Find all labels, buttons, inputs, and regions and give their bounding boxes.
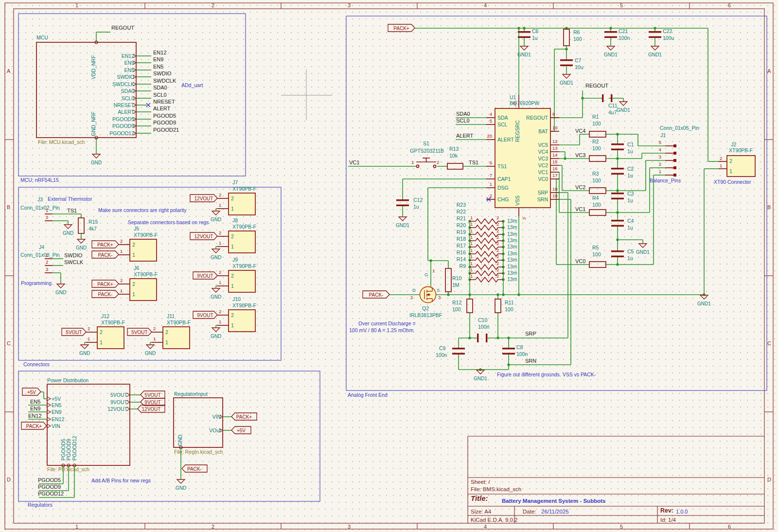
note-external-thermistor[interactable]: External Thermistor (48, 196, 92, 202)
ref-connector[interactable]: J7 (232, 179, 238, 185)
value-c6[interactable]: 1u (532, 35, 538, 41)
net-label[interactable]: PGOOD21 (153, 127, 179, 133)
hier-label-out[interactable]: 9VOUT (194, 273, 216, 279)
net-label[interactable]: SDA0 (153, 85, 167, 90)
net-label-swclk[interactable]: SWCLK (64, 259, 83, 265)
hier-label-5vout[interactable]: 5VOUT (142, 392, 163, 398)
shunt-value[interactable]: 13m (507, 237, 517, 243)
net-label[interactable]: PGOOD9 (153, 120, 176, 125)
value-j3[interactable]: Conn_01x02_Pin (20, 205, 60, 211)
value-s1[interactable]: GPTS203211B (410, 148, 444, 154)
ref-r10[interactable]: R10 (452, 275, 461, 281)
hier-label-pack-plus[interactable]: PACK+ (23, 424, 45, 429)
net-label-regout[interactable]: REGOUT (111, 25, 134, 31)
value-connector[interactable]: XT90PB-F (167, 319, 191, 325)
sheet-name-power-distribution[interactable]: Power Distribution (47, 377, 88, 383)
note-overcurrent-1[interactable]: Over current Discharge = (358, 320, 416, 326)
value-connector[interactable]: XT90PB-F (232, 263, 256, 269)
net-label-en5[interactable]: EN5 (30, 399, 40, 405)
ref-connector[interactable]: J12 (101, 313, 109, 319)
hier-label-pack-minus[interactable]: PACK- (183, 466, 206, 472)
ref-shunt[interactable]: R21 (441, 215, 466, 221)
net-label[interactable]: EN9 (153, 56, 163, 62)
ref-r15[interactable]: R15 (88, 219, 98, 225)
value-c10[interactable]: 100n (478, 324, 489, 330)
value-cell-r[interactable]: 100 (592, 145, 601, 151)
ref-shunt[interactable]: R18 (441, 236, 466, 242)
ref-j1[interactable]: J1 (660, 132, 666, 138)
hier-label-out[interactable]: 5VOUT (63, 330, 85, 336)
sheet-file-pd[interactable]: File: PD.kicad_sch (47, 466, 89, 472)
ref-r13[interactable]: R13 (449, 146, 459, 152)
note-add-ab-pins[interactable]: Add A/B Pins for new regs (91, 478, 151, 483)
net-label[interactable]: PGOOD5 (153, 113, 176, 119)
value-cell-r[interactable]: 100 (592, 121, 601, 126)
ref-connector[interactable]: J9 (232, 257, 238, 263)
power-label-gnd1[interactable]: GND1 (615, 107, 632, 113)
shunt-value[interactable]: 13m (507, 270, 517, 276)
power-label-gnd1[interactable]: GND1 (394, 223, 411, 229)
ref-cell-r[interactable]: R5 (592, 245, 599, 250)
shunt-value[interactable]: 13m (507, 250, 517, 256)
net-label-srn[interactable]: SRN (525, 358, 536, 364)
value-cell-c[interactable]: 1u (627, 173, 633, 178)
ref-shunt[interactable]: R16 (441, 249, 466, 255)
ref-r6[interactable]: R6 (573, 29, 580, 35)
net-label-pgood5[interactable]: PGOOD5 (38, 477, 61, 483)
shunt-value[interactable]: 13m (507, 224, 517, 230)
ref-connector[interactable]: J5 (134, 226, 139, 231)
hier-label-9vout[interactable]: 9VOUT (142, 400, 163, 406)
ref-cell-r[interactable]: R2 (592, 139, 599, 144)
ref-j2[interactable]: J2 (731, 142, 736, 147)
hier-label-pack-minus[interactable]: PACK- (364, 292, 388, 298)
value-c12[interactable]: 1u (413, 204, 419, 210)
value-connector[interactable]: XT90PB-F (101, 319, 125, 325)
value-cell-c[interactable]: 1u (627, 148, 633, 154)
value-c7[interactable]: 10u (575, 64, 584, 70)
ref-c22[interactable]: C22 (663, 28, 672, 34)
power-label-gnd[interactable]: GND (207, 217, 225, 223)
power-label-gnd1[interactable]: GND1 (634, 249, 652, 255)
net-label-alert[interactable]: ALERT (456, 133, 473, 139)
hier-label-5v[interactable]: +5V (233, 428, 249, 434)
ref-c21[interactable]: C21 (619, 28, 628, 34)
ref-c10[interactable]: C10 (478, 317, 487, 323)
ref-cell-c[interactable]: C4 (627, 218, 634, 224)
net-label-sda0[interactable]: SDA0 (456, 111, 470, 117)
ref-c9[interactable]: C9 (439, 345, 445, 351)
ref-shunt[interactable]: R20 (441, 222, 466, 228)
net-label[interactable]: EN12 (153, 50, 167, 55)
net-label[interactable]: SWDCLK (153, 78, 176, 84)
net-label-vcx[interactable]: VC3 (575, 152, 585, 158)
ref-shunt[interactable]: R23 (441, 202, 466, 208)
value-r6[interactable]: 100 (573, 36, 582, 42)
ref-cell-r[interactable]: R4 (592, 195, 599, 201)
hier-label-out[interactable]: 12VOUT (192, 196, 216, 202)
ref-c6[interactable]: C6 (532, 28, 538, 34)
note-xt90-connector[interactable]: XT90 Connector (714, 179, 751, 185)
ref-s1[interactable]: S1 (423, 141, 429, 146)
hier-label-12vout[interactable]: 12VOUT (139, 407, 163, 412)
value-r12[interactable]: 100 (452, 306, 461, 312)
net-label-vcx[interactable]: VC0 (575, 258, 585, 264)
value-j4[interactable]: Conn_01x03_Pin (20, 252, 60, 258)
ref-c7[interactable]: C7 (575, 57, 581, 63)
power-label-gnd[interactable]: GND (207, 334, 225, 339)
hier-label-pack-plus[interactable]: PACK+ (389, 26, 413, 32)
value-j1[interactable]: Conn_01x05_Pin (660, 125, 699, 131)
value-r13[interactable]: 10k (449, 153, 458, 159)
net-label-en9[interactable]: EN9 (30, 406, 40, 411)
value-r10[interactable]: 1M (452, 282, 460, 288)
note-balance-pins[interactable]: Balance_Pins (650, 177, 681, 183)
value-c21[interactable]: 100n (619, 35, 630, 41)
power-label-gnd[interactable]: GND (207, 255, 225, 261)
hier-label-pack-plus[interactable]: PACK+ (233, 414, 255, 420)
net-label-en12[interactable]: EN12 (28, 413, 42, 419)
net-label[interactable]: EN5 (153, 64, 163, 70)
net-label-pgood12[interactable]: PGOOD12 (38, 491, 64, 497)
value-cell-c[interactable]: 1u (627, 197, 633, 203)
ref-cell-c[interactable]: C1 (627, 142, 634, 147)
sheet-name-regulator-input[interactable]: RegulatorInput (174, 391, 208, 397)
power-label-gnd[interactable]: GND (76, 351, 93, 356)
note-polarity[interactable]: Make sure connectors are right polarity (98, 207, 187, 213)
